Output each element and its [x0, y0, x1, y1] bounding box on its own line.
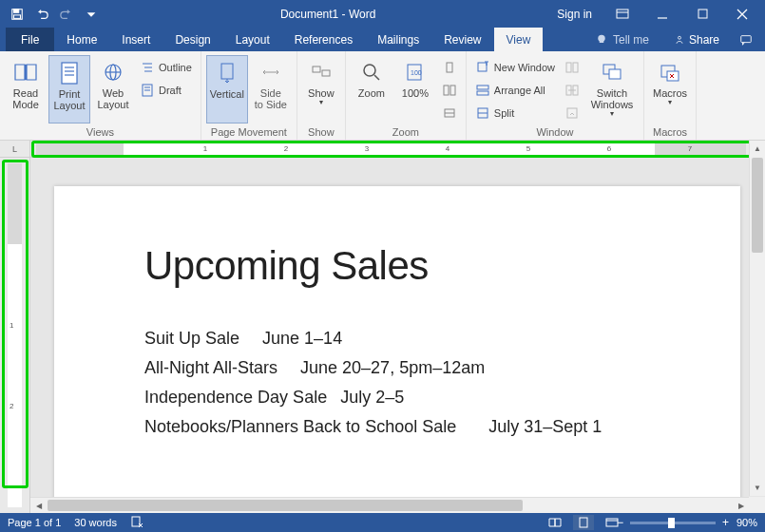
show-icon — [308, 59, 335, 86]
document-heading[interactable]: Upcoming Sales — [144, 243, 660, 289]
undo-icon[interactable] — [30, 3, 53, 26]
arrange-all-button[interactable]: Arrange All — [471, 80, 559, 101]
group-label-window: Window — [471, 125, 639, 140]
tab-home[interactable]: Home — [54, 28, 109, 51]
comments-icon[interactable] — [735, 26, 757, 53]
qat-customize-icon[interactable] — [80, 3, 103, 26]
document-page[interactable]: Upcoming Sales Suit Up SaleJune 1–14 All… — [54, 186, 740, 513]
zoom-slider-knob[interactable] — [668, 518, 675, 528]
tab-selector[interactable]: L — [0, 141, 30, 157]
zoom-button[interactable]: Zoom — [351, 55, 392, 124]
split-button[interactable]: Split — [471, 103, 559, 124]
close-button[interactable] — [723, 0, 761, 28]
reset-window-position-button[interactable] — [561, 103, 583, 124]
zoom-level[interactable]: 90% — [736, 517, 757, 528]
side-by-side-icon — [564, 60, 580, 75]
svg-rect-42 — [573, 63, 578, 72]
zoom-100-icon: 100 — [402, 59, 429, 86]
ribbon-display-options-icon[interactable] — [603, 0, 641, 28]
multiple-pages-button[interactable] — [438, 80, 461, 101]
group-page-movement: Vertical Side to Side Page Movement — [201, 51, 297, 140]
print-layout-button[interactable]: Print Layout — [48, 55, 90, 124]
status-page[interactable]: Page 1 of 1 — [8, 517, 61, 528]
scrollbar-thumb[interactable] — [48, 500, 523, 511]
svg-rect-34 — [478, 63, 487, 71]
save-icon[interactable] — [6, 3, 29, 26]
svg-rect-23 — [221, 64, 233, 79]
tab-file[interactable]: File — [6, 28, 54, 51]
macros-button[interactable]: Macros▾ — [649, 55, 691, 124]
read-mode-view-icon[interactable] — [545, 515, 565, 530]
print-layout-view-icon[interactable] — [573, 515, 594, 530]
group-label-show: Show — [302, 125, 340, 140]
group-label-macros: Macros — [649, 125, 691, 140]
draft-button[interactable]: Draft — [136, 80, 196, 101]
minimize-button[interactable] — [643, 0, 681, 28]
tab-insert[interactable]: Insert — [109, 28, 163, 51]
draft-icon — [140, 83, 155, 98]
web-layout-button[interactable]: Web Layout — [92, 55, 134, 124]
page-width-button[interactable] — [438, 103, 461, 124]
svg-rect-38 — [477, 91, 488, 95]
svg-rect-37 — [477, 86, 488, 89]
svg-rect-10 — [62, 63, 77, 84]
tab-design[interactable]: Design — [163, 28, 222, 51]
scroll-right-icon[interactable]: ▶ — [733, 498, 749, 513]
sync-scrolling-icon — [564, 83, 580, 98]
tab-mailings[interactable]: Mailings — [365, 28, 431, 51]
document-line[interactable]: All-Night All-StarsJune 20–27, 5pm–12am — [144, 358, 660, 378]
show-button[interactable]: Show▾ — [302, 55, 340, 124]
vertical-button[interactable]: Vertical — [206, 55, 248, 124]
zoom-in-icon[interactable]: + — [722, 516, 729, 529]
chevron-down-icon: ▾ — [668, 99, 672, 107]
tab-references[interactable]: References — [282, 28, 365, 51]
document-line[interactable]: Notebooks/Planners Back to School SaleJu… — [144, 417, 660, 437]
maximize-button[interactable] — [683, 0, 721, 28]
switch-windows-button[interactable]: Switch Windows▾ — [585, 55, 639, 124]
scroll-up-icon[interactable]: ▲ — [750, 141, 765, 157]
svg-rect-9 — [741, 35, 752, 42]
one-page-button[interactable] — [438, 57, 461, 78]
read-mode-button[interactable]: Read Mode — [5, 55, 47, 124]
view-side-by-side-button[interactable] — [561, 57, 583, 78]
signin-label: Sign in — [557, 8, 592, 21]
tell-me-input[interactable]: Tell me — [586, 33, 659, 47]
share-button[interactable]: Share — [666, 33, 727, 47]
redo-icon[interactable] — [55, 3, 78, 26]
sync-scrolling-button[interactable] — [561, 80, 583, 101]
new-window-button[interactable]: New Window — [471, 57, 559, 78]
side-to-side-button[interactable]: Side to Side — [250, 55, 292, 124]
zoom-slider[interactable]: − + — [630, 522, 716, 524]
svg-rect-31 — [444, 86, 449, 95]
multiple-pages-icon — [442, 83, 457, 98]
group-views: Read Mode Print Layout Web Layout Outlin… — [0, 51, 201, 140]
status-words[interactable]: 30 words — [74, 517, 117, 528]
vertical-ruler[interactable]: 1 2 — [0, 158, 30, 513]
scroll-left-icon[interactable]: ◀ — [30, 498, 47, 513]
chevron-down-icon: ▾ — [610, 110, 614, 119]
signin-button[interactable]: Sign in — [547, 4, 602, 25]
svg-rect-3 — [617, 10, 628, 18]
tab-review[interactable]: Review — [431, 28, 493, 51]
tab-layout[interactable]: Layout — [223, 28, 282, 51]
group-window: New Window Arrange All Split Switch Wind… — [467, 51, 644, 140]
vertical-scrollbar[interactable]: ▲ ▼ — [749, 141, 765, 496]
outline-button[interactable]: Outline — [136, 57, 196, 78]
scrollbar-thumb[interactable] — [752, 158, 763, 253]
svg-rect-49 — [667, 71, 679, 81]
zoom-out-icon[interactable]: − — [617, 516, 623, 529]
tell-me-label: Tell me — [613, 33, 649, 47]
svg-line-27 — [374, 75, 379, 80]
document-line[interactable]: Independence Day SaleJuly 2–5 — [144, 388, 660, 408]
horizontal-ruler[interactable]: L 1 2 3 4 5 6 7 — [0, 141, 765, 158]
reset-position-icon — [564, 105, 580, 121]
scroll-down-icon[interactable]: ▼ — [750, 480, 765, 496]
proofing-icon[interactable] — [130, 515, 143, 530]
horizontal-scrollbar[interactable]: ◀ ▶ — [30, 497, 749, 513]
svg-rect-41 — [566, 63, 571, 72]
zoom-100-button[interactable]: 100100% — [394, 55, 436, 124]
tab-view[interactable]: View — [494, 28, 544, 51]
svg-rect-1 — [14, 9, 19, 12]
page-width-icon — [442, 105, 457, 121]
document-line[interactable]: Suit Up SaleJune 1–14 — [144, 329, 660, 349]
